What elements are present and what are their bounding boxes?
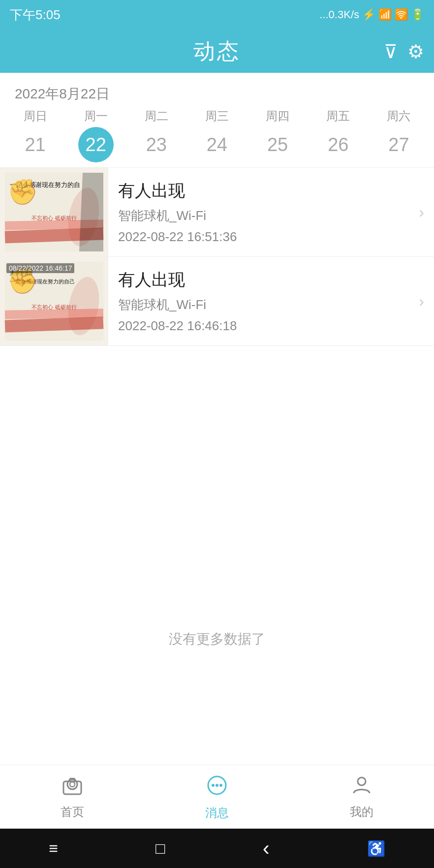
status-bar: 下午5:05 ...0.3K/s ⚡ 📶 🛜 🔋: [0, 0, 434, 30]
dow-wed: 周三: [205, 108, 229, 124]
svg-point-5: [216, 784, 218, 787]
event-info-2: 有人出现 智能球机_Wi-Fi 2022-08-22 16:46:18: [108, 257, 419, 345]
nav-messages-label: 消息: [205, 805, 229, 821]
event-arrow-2: ›: [419, 257, 434, 345]
calendar-day-wed[interactable]: 周三 24: [190, 108, 244, 162]
dow-mon: 周一: [84, 108, 108, 124]
home-icon: [62, 775, 83, 801]
event-time-2: 2022-08-22 16:46:18: [118, 318, 409, 334]
nav-profile-label: 我的: [350, 804, 373, 820]
event-thumb-1: 一定会感谢现在努力的自 ✊ 不忘初心 砥砺前行: [0, 168, 108, 256]
calendar-day-mon[interactable]: 周一 22: [69, 108, 123, 162]
user-icon: [351, 775, 372, 801]
dow-sun: 周日: [24, 108, 47, 124]
bluetooth-icon: ⚡: [362, 8, 375, 21]
date-21: 21: [18, 127, 53, 162]
event-info-1: 有人出现 智能球机_Wi-Fi 2022-08-22 16:51:36: [108, 168, 419, 256]
header-actions: [384, 40, 424, 62]
date-26: 26: [320, 127, 356, 162]
date-label: 2022年8月22日: [0, 73, 434, 108]
calendar-day-tue[interactable]: 周二 23: [129, 108, 184, 162]
dow-sat: 周六: [387, 108, 410, 124]
nav-home[interactable]: 首页: [0, 775, 145, 820]
battery-icon: 🔋: [411, 8, 424, 21]
signal-icon: 📶: [378, 8, 392, 21]
calendar-row: 周日 21 周一 22 周二 23 周三 24 周四 25 周五 26 周六 2…: [0, 108, 434, 168]
svg-point-4: [212, 784, 215, 787]
home-button[interactable]: □: [155, 839, 165, 858]
date-23: 23: [139, 127, 174, 162]
event-arrow-1: ›: [419, 168, 434, 256]
event-list: 一定会感谢现在努力的自 ✊ 不忘初心 砥砺前行 有人出现 智能球机_Wi-Fi: [0, 168, 434, 346]
network-speed: ...0.3K/s: [319, 8, 359, 21]
calendar-day-sun[interactable]: 周日 21: [8, 108, 62, 162]
event-thumb-2: 未来的你 一定会感谢现在努力的自己 ✊ 不忘初心 砥砺前行 08/22/2022…: [0, 257, 108, 345]
dow-tue: 周二: [145, 108, 168, 124]
event-item-1[interactable]: 一定会感谢现在努力的自 ✊ 不忘初心 砥砺前行 有人出现 智能球机_Wi-Fi: [0, 168, 434, 257]
date-24: 24: [199, 127, 235, 162]
svg-point-1: [70, 782, 75, 787]
event-device-1: 智能球机_Wi-Fi: [118, 207, 409, 224]
status-time: 下午5:05: [10, 6, 61, 24]
message-icon: [205, 774, 229, 802]
calendar-day-sat[interactable]: 周六 27: [372, 108, 426, 162]
event-title-2: 有人出现: [118, 269, 409, 291]
dow-fri: 周五: [326, 108, 350, 124]
event-item-2[interactable]: 未来的你 一定会感谢现在努力的自己 ✊ 不忘初心 砥砺前行 08/22/2022…: [0, 257, 434, 346]
accessibility-button[interactable]: ♿: [367, 840, 385, 857]
event-title-1: 有人出现: [118, 180, 409, 202]
nav-messages[interactable]: 消息: [145, 774, 289, 821]
menu-button[interactable]: ≡: [49, 839, 58, 858]
page-title: 动态: [193, 37, 241, 66]
thumb-timestamp-2: 08/22/2022 16:46:17: [6, 263, 74, 273]
filter-button[interactable]: [384, 40, 398, 62]
dow-thu: 周四: [266, 108, 289, 124]
back-button[interactable]: ‹: [263, 837, 270, 860]
header: 动态: [0, 30, 434, 73]
calendar-day-thu[interactable]: 周四 25: [250, 108, 305, 162]
status-icons: ...0.3K/s ⚡ 📶 🛜 🔋: [319, 8, 424, 21]
bottom-nav: 首页 消息 我的: [0, 765, 434, 829]
svg-point-7: [358, 777, 366, 785]
content-area: 2022年8月22日 周日 21 周一 22 周二 23 周三 24 周四 25…: [0, 73, 434, 762]
system-nav-bar: ≡ □ ‹ ♿: [0, 829, 434, 868]
date-27: 27: [381, 127, 416, 162]
svg-point-6: [219, 784, 222, 787]
calendar-day-fri[interactable]: 周五 26: [311, 108, 365, 162]
nav-home-label: 首页: [61, 804, 84, 820]
date-25: 25: [260, 127, 295, 162]
event-device-2: 智能球机_Wi-Fi: [118, 296, 409, 313]
wifi-icon: 🛜: [395, 8, 408, 21]
settings-button[interactable]: [407, 40, 424, 62]
no-more-label: 没有更多数据了: [0, 615, 434, 663]
date-22: 22: [78, 127, 114, 162]
event-time-1: 2022-08-22 16:51:36: [118, 229, 409, 245]
svg-rect-2: [63, 781, 81, 794]
nav-profile[interactable]: 我的: [289, 775, 434, 820]
